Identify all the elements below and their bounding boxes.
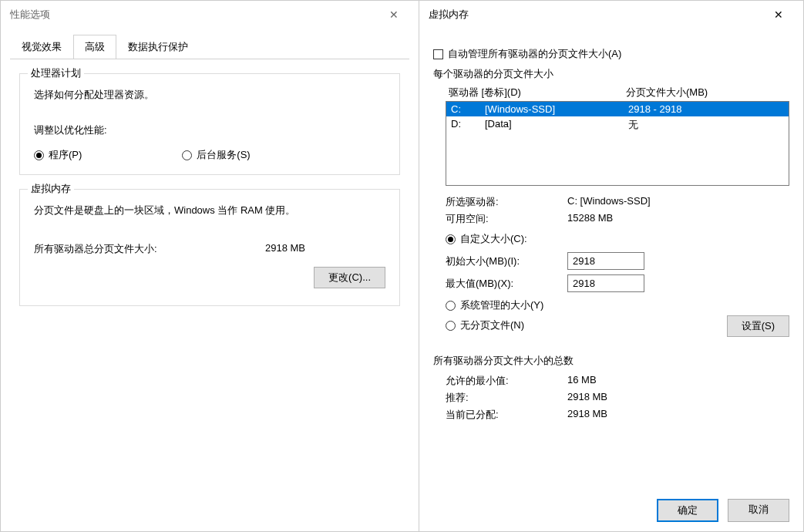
radio-icon — [446, 321, 456, 331]
total-pagefile-label: 所有驱动器总分页文件大小: — [34, 242, 188, 256]
min-allowed-label: 允许的最小值: — [446, 374, 567, 388]
radio-programs[interactable]: 程序(P) — [34, 148, 82, 162]
adjust-label: 调整以优化性能: — [34, 123, 385, 137]
checkbox-icon — [433, 49, 443, 59]
titlebar: 性能选项 ✕ — [1, 1, 419, 29]
radio-icon — [34, 150, 44, 160]
radio-icon — [182, 150, 192, 160]
vm-body: 自动管理所有驱动器的分页文件大小(A) 每个驱动器的分页文件大小 驱动器 [卷标… — [419, 29, 803, 490]
tab-visual-effects[interactable]: 视觉效果 — [10, 35, 73, 59]
group-legend: 处理器计划 — [28, 66, 84, 80]
tab-strip: 视觉效果 高级 数据执行保护 — [1, 29, 419, 59]
window-title: 虚拟内存 — [429, 8, 763, 22]
group-legend: 虚拟内存 — [28, 182, 74, 196]
drive-group: 驱动器 [卷标](D) 分页文件大小(MB) C: [Windows-SSD] … — [433, 84, 789, 186]
initial-size-input[interactable] — [567, 252, 644, 270]
change-button[interactable]: 更改(C)... — [314, 267, 385, 288]
max-size-input[interactable] — [567, 274, 644, 292]
drive-list-header: 驱动器 [卷标](D) 分页文件大小(MB) — [446, 84, 789, 101]
processor-desc: 选择如何分配处理器资源。 — [34, 88, 385, 102]
auto-manage-checkbox[interactable]: 自动管理所有驱动器的分页文件大小(A) — [433, 47, 789, 61]
tab-body: 处理器计划 选择如何分配处理器资源。 调整以优化性能: 程序(P) 后台服务(S… — [1, 59, 419, 531]
radio-system-managed[interactable]: 系统管理的大小(Y) — [446, 298, 789, 312]
titlebar: 虚拟内存 ✕ — [419, 1, 803, 29]
min-allowed-value: 16 MB — [567, 374, 597, 388]
total-pagefile-value: 2918 MB — [265, 242, 305, 256]
drive-row[interactable]: D: [Data] 无 — [446, 116, 789, 133]
dialog-footer: 确定 取消 — [419, 490, 803, 531]
radio-icon — [446, 301, 456, 311]
currently-allocated-value: 2918 MB — [567, 408, 607, 422]
max-size-label: 最大值(MB)(X): — [446, 277, 567, 291]
free-space-value: 15288 MB — [567, 212, 613, 226]
per-drive-legend: 每个驱动器的分页文件大小 — [433, 67, 789, 81]
window-title: 性能选项 — [10, 8, 378, 22]
drive-list[interactable]: C: [Windows-SSD] 2918 - 2918 D: [Data] 无 — [446, 101, 789, 186]
radio-icon — [446, 234, 456, 244]
close-icon[interactable]: ✕ — [763, 8, 794, 21]
selected-drive-label: 所选驱动器: — [446, 195, 567, 209]
totals-legend: 所有驱动器分页文件大小的总数 — [433, 354, 789, 368]
vm-desc: 分页文件是硬盘上的一块区域，Windows 当作 RAM 使用。 — [34, 204, 385, 217]
free-space-label: 可用空间: — [446, 212, 567, 226]
ok-button[interactable]: 确定 — [657, 499, 718, 522]
set-button[interactable]: 设置(S) — [727, 315, 789, 337]
recommended-label: 推荐: — [446, 391, 567, 405]
virtual-memory-window: 虚拟内存 ✕ 自动管理所有驱动器的分页文件大小(A) 每个驱动器的分页文件大小 … — [419, 0, 804, 532]
performance-options-window: 性能选项 ✕ 视觉效果 高级 数据执行保护 处理器计划 选择如何分配处理器资源。… — [0, 0, 419, 532]
radio-background-services[interactable]: 后台服务(S) — [182, 148, 250, 162]
tab-advanced[interactable]: 高级 — [73, 35, 116, 59]
currently-allocated-label: 当前已分配: — [446, 408, 567, 422]
close-icon[interactable]: ✕ — [378, 8, 409, 21]
recommended-value: 2918 MB — [567, 391, 607, 405]
tab-dep[interactable]: 数据执行保护 — [116, 35, 200, 59]
radio-custom-size[interactable]: 自定义大小(C): — [446, 232, 789, 246]
processor-scheduling-group: 处理器计划 选择如何分配处理器资源。 调整以优化性能: 程序(P) 后台服务(S… — [19, 73, 400, 175]
virtual-memory-group: 虚拟内存 分页文件是硬盘上的一块区域，Windows 当作 RAM 使用。 所有… — [19, 189, 400, 306]
initial-size-label: 初始大小(MB)(I): — [446, 254, 567, 268]
drive-row[interactable]: C: [Windows-SSD] 2918 - 2918 — [446, 102, 789, 116]
selected-drive-value: C: [Windows-SSD] — [567, 195, 651, 209]
cancel-button[interactable]: 取消 — [728, 499, 789, 522]
